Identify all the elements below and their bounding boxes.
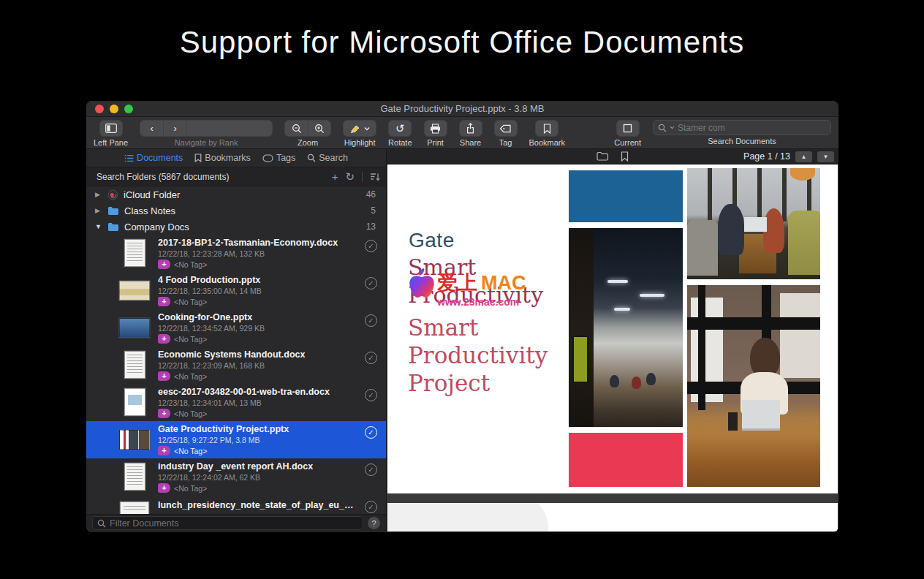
disclosure-triangle-icon[interactable]: ▶ — [95, 207, 102, 214]
tab-tags[interactable]: Tags — [262, 153, 295, 163]
add-tag-badge[interactable]: + — [158, 371, 170, 381]
watermark-site-url: www.23mac.com — [437, 296, 566, 308]
arrow-up-icon: ▲ — [801, 154, 807, 160]
tab-bookmarks[interactable]: Bookmarks — [194, 153, 251, 163]
zoom-in-button[interactable] — [308, 120, 331, 137]
rotate-button[interactable]: ↺ — [388, 120, 412, 137]
document-row[interactable]: industry Day _event report AH.docx 12/22… — [86, 458, 386, 496]
bookmark-button[interactable] — [535, 120, 558, 137]
document-row[interactable]: 4 Food Production.pptx 12/22/18, 12:35:0… — [86, 272, 386, 309]
zoom-out-icon — [292, 124, 302, 134]
folder-row-company-docs[interactable]: ▼ Company Docs 13 — [86, 219, 386, 235]
sort-icon[interactable] — [370, 173, 380, 181]
check-circle-icon[interactable]: ✓ — [365, 426, 377, 439]
document-row[interactable]: Cooking-for-One.pptx 12/22/18, 12:34:52 … — [86, 309, 386, 347]
document-row-selected[interactable]: Gate Productivity Project.pptx 12/25/18,… — [86, 421, 386, 458]
document-thumbnail — [116, 424, 154, 458]
plus-icon: + — [162, 298, 166, 306]
check-circle-icon[interactable]: ✓ — [365, 314, 377, 327]
navigate-forward-button[interactable]: › — [163, 120, 186, 137]
print-button[interactable] — [424, 120, 447, 137]
sync-icon[interactable]: ↻ — [345, 171, 355, 182]
window-title: Gate Productivity Project.pptx - 3.8 MB — [381, 103, 545, 114]
printer-icon — [430, 124, 441, 134]
tag-button[interactable] — [494, 120, 518, 137]
slide-photo-woman-laptop — [687, 285, 820, 487]
document-row[interactable]: eesc-2017-03482-00-01-web-tra-en.docx 12… — [86, 384, 386, 421]
folder-count: 5 — [371, 205, 376, 216]
add-tag-badge[interactable]: + — [158, 260, 170, 269]
document-row[interactable]: 2017-18-BP1-2-Tasmanian-Economy.docx 12/… — [86, 235, 386, 272]
add-tag-badge[interactable]: + — [158, 409, 170, 418]
filter-documents-input[interactable] — [110, 518, 358, 529]
filter-field[interactable] — [92, 516, 363, 530]
chevron-down-icon — [364, 126, 370, 131]
check-circle-icon[interactable]: ✓ — [365, 389, 377, 401]
document-info: Gate Productivity Project.pptx 12/25/18,… — [154, 424, 358, 458]
tags-tab-icon — [262, 154, 273, 162]
document-meta: 12/22/18, 12:23:28 AM, 132 KB — [158, 249, 358, 258]
zoom-segmented-control — [284, 120, 331, 137]
navigate-back-button[interactable]: ‹ — [140, 120, 163, 137]
traffic-lights — [95, 105, 133, 113]
add-tag-badge[interactable]: + — [158, 483, 170, 493]
document-name: eesc-2017-03482-00-01-web-tra-en.docx — [158, 387, 358, 397]
close-window-button[interactable] — [95, 105, 104, 113]
document-meta: 12/23/18, 12:34:01 AM, 13 MB — [158, 398, 358, 407]
zoom-out-button[interactable] — [284, 120, 308, 137]
check-circle-icon[interactable]: ✓ — [365, 352, 377, 364]
add-tag-badge[interactable]: + — [158, 334, 170, 344]
app-window: Gate Productivity Project.pptx - 3.8 MB … — [86, 101, 838, 532]
document-info: Cooking-for-One.pptx 12/22/18, 12:34:52 … — [154, 312, 358, 347]
header-divider — [362, 172, 363, 182]
check-circle-icon[interactable]: ✓ — [365, 501, 377, 513]
show-folder-icon[interactable] — [597, 151, 609, 161]
page-scroll-area[interactable]: Gate Smart Productivity Smart Productivi… — [387, 164, 838, 531]
tag-group: Tag — [494, 120, 518, 147]
check-circle-icon[interactable]: ✓ — [365, 463, 377, 476]
add-folder-icon[interactable]: + — [332, 171, 338, 182]
tab-tags-label: Tags — [276, 153, 295, 163]
highlight-button[interactable] — [343, 120, 376, 137]
share-button[interactable] — [459, 120, 482, 137]
tab-search[interactable]: Search — [307, 153, 348, 163]
navigate-group: ‹ › Navigate by Rank — [140, 120, 273, 147]
add-tag-badge[interactable]: + — [158, 297, 170, 306]
document-info: lunch_presidency_note_state_of_play_eu_c… — [154, 499, 358, 515]
plus-icon: + — [162, 260, 166, 268]
slide-page-1: Gate Smart Productivity Smart Productivi… — [387, 164, 838, 493]
plus-icon: + — [162, 484, 166, 492]
search-input[interactable] — [678, 123, 826, 133]
left-pane-button[interactable] — [99, 120, 123, 137]
fullscreen-window-button[interactable] — [124, 105, 133, 113]
navigate-rank-field[interactable] — [186, 120, 273, 137]
tab-documents[interactable]: Documents — [124, 153, 183, 163]
tab-search-label: Search — [319, 153, 348, 163]
check-circle-icon[interactable]: ✓ — [365, 240, 377, 252]
help-button[interactable]: ? — [368, 517, 380, 529]
next-page-button[interactable]: ▼ — [817, 151, 834, 162]
left-pane-icon — [105, 124, 117, 133]
document-row[interactable]: lunch_presidency_note_state_of_play_eu_c… — [86, 496, 386, 515]
viewer-topbar: Page 1 / 13 ▲ ▼ — [387, 149, 838, 164]
page-bookmark-icon[interactable] — [621, 151, 629, 162]
minimize-window-button[interactable] — [110, 105, 118, 113]
folder-row-class-notes[interactable]: ▶ Class Notes 5 — [86, 203, 386, 219]
document-info: 4 Food Production.pptx 12/22/18, 12:35:0… — [154, 275, 358, 309]
rotate-group: ↺ Rotate — [388, 120, 412, 147]
check-circle-icon[interactable]: ✓ — [365, 277, 377, 290]
navigate-segmented-control: ‹ › — [140, 120, 273, 137]
search-field[interactable] — [653, 120, 831, 135]
document-row[interactable]: Economic Systems Handout.docx 12/22/18, … — [86, 347, 386, 384]
document-tag: <No Tag> — [174, 447, 207, 455]
disclosure-triangle-icon[interactable]: ▼ — [95, 223, 102, 230]
previous-page-button[interactable]: ▲ — [795, 151, 812, 162]
document-list: 2017-18-BP1-2-Tasmanian-Economy.docx 12/… — [86, 235, 386, 515]
plus-icon: + — [162, 372, 166, 380]
folder-count: 46 — [366, 189, 376, 200]
rotate-label: Rotate — [388, 138, 412, 147]
folder-row-icloud[interactable]: ▶ iCloud Folder 46 — [86, 186, 386, 203]
current-button[interactable] — [616, 120, 640, 137]
add-tag-badge[interactable]: + — [158, 446, 170, 455]
disclosure-triangle-icon[interactable]: ▶ — [95, 191, 102, 198]
